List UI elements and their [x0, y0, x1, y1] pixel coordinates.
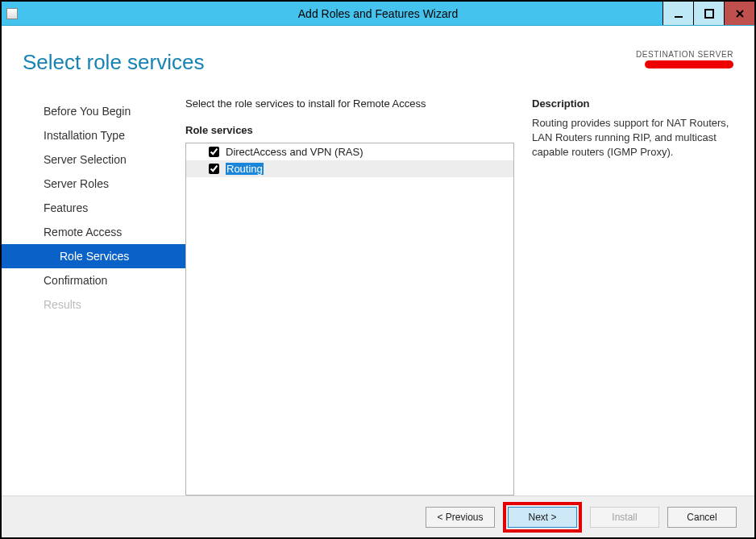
- wizard-nav: Before You BeginInstallation TypeServer …: [2, 83, 185, 495]
- wizard-footer: < Previous Next > Install Cancel: [2, 495, 754, 537]
- center-area: Select the role services to install for …: [185, 83, 733, 495]
- nav-item-server-roles[interactable]: Server Roles: [2, 172, 185, 196]
- destination-block: DESTINATION SERVER: [636, 50, 733, 68]
- main-content: Before You BeginInstallation TypeServer …: [2, 83, 754, 495]
- role-services-heading: Role services: [185, 124, 514, 136]
- role-service-checkbox[interactable]: [209, 164, 219, 174]
- role-service-checkbox[interactable]: [209, 147, 219, 157]
- svg-rect-0: [675, 16, 683, 18]
- minimize-icon: [674, 9, 683, 19]
- maximize-icon: [704, 9, 714, 19]
- role-services-list[interactable]: DirectAccess and VPN (RAS)Routing: [185, 143, 514, 495]
- description-text: Routing provides support for NAT Routers…: [532, 116, 733, 160]
- nav-item-confirmation[interactable]: Confirmation: [2, 268, 185, 292]
- titlebar: Add Roles and Features Wizard: [2, 2, 754, 26]
- app-icon: [6, 8, 18, 19]
- role-service-label: DirectAccess and VPN (RAS): [226, 146, 363, 158]
- window-title: Add Roles and Features Wizard: [2, 7, 754, 20]
- nav-item-features[interactable]: Features: [2, 196, 185, 220]
- close-icon: [735, 9, 745, 19]
- nav-item-results: Results: [2, 292, 185, 317]
- close-button[interactable]: [724, 2, 754, 25]
- maximize-button[interactable]: [693, 2, 724, 25]
- nav-item-before-you-begin[interactable]: Before You Begin: [2, 99, 185, 123]
- nav-item-role-services[interactable]: Role Services: [2, 244, 185, 268]
- next-button[interactable]: Next >: [508, 507, 577, 528]
- cancel-button[interactable]: Cancel: [667, 507, 737, 528]
- instruction-text: Select the role services to install for …: [185, 97, 514, 110]
- role-service-row[interactable]: DirectAccess and VPN (RAS): [186, 143, 513, 160]
- header-row: Select role services DESTINATION SERVER: [2, 26, 754, 83]
- role-service-label: Routing: [226, 163, 264, 175]
- role-service-row[interactable]: Routing: [186, 160, 513, 177]
- role-services-column: Select the role services to install for …: [185, 97, 514, 495]
- page-title: Select role services: [23, 50, 204, 75]
- description-column: Description Routing provides support for…: [532, 97, 733, 495]
- nav-item-remote-access[interactable]: Remote Access: [2, 220, 185, 244]
- destination-server-redacted: [645, 60, 733, 68]
- minimize-button[interactable]: [663, 2, 693, 25]
- install-button: Install: [590, 507, 659, 528]
- description-heading: Description: [532, 97, 733, 110]
- destination-label: DESTINATION SERVER: [636, 50, 733, 59]
- nav-item-server-selection[interactable]: Server Selection: [2, 147, 185, 172]
- window-controls: [663, 2, 754, 25]
- previous-button[interactable]: < Previous: [426, 507, 495, 528]
- svg-rect-1: [705, 10, 713, 18]
- next-button-highlight: Next >: [503, 502, 582, 533]
- nav-item-installation-type[interactable]: Installation Type: [2, 123, 185, 147]
